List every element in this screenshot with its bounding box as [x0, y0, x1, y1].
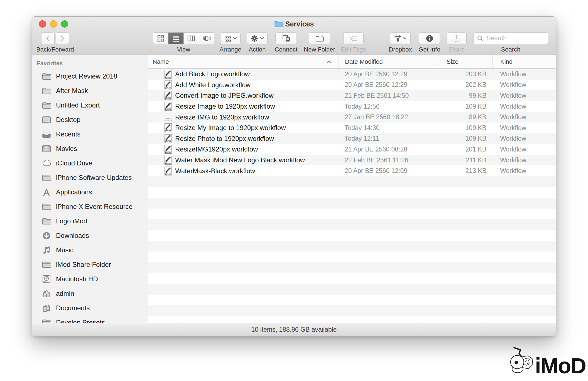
file-row[interactable]: WFLOWResize Image to 1920px.workflowToda… [148, 101, 556, 112]
file-date-modified: 20 Apr BE 2560 12:29 [339, 70, 439, 78]
file-kind: Workflow [493, 157, 556, 164]
workflow-file-icon: WFLOW [164, 123, 172, 132]
column-header-date-modified[interactable]: Date Modified [339, 55, 439, 69]
sidebar-item[interactable]: Desktop [32, 113, 148, 127]
forward-button[interactable] [56, 32, 69, 44]
svg-text:WFLOW: WFLOW [165, 98, 171, 100]
file-row[interactable]: Resize IMG to 1920px.workflow27 Jan BE 2… [148, 112, 556, 123]
sidebar-item-label: After Mask [56, 87, 88, 95]
file-row[interactable]: WFLOWAdd White Logo.workflow20 Apr BE 25… [148, 80, 556, 91]
home-icon [41, 289, 52, 298]
arrange-label: Arrange [219, 46, 241, 53]
workflow-file-icon: WFLOW [164, 91, 172, 100]
arrange-icon [224, 35, 231, 42]
window-content: Favorites Project Review 2018After MaskU… [32, 55, 556, 323]
column-view-icon [187, 35, 195, 42]
file-row[interactable]: WFLOWWaterMask-Black.workflow20 Apr BE 2… [148, 165, 556, 176]
icon-view-button[interactable] [153, 33, 168, 44]
documents-icon [41, 303, 52, 313]
search-icon [477, 35, 484, 42]
sidebar-item[interactable]: Music [32, 243, 148, 257]
sidebar-item-label: Documents [56, 304, 90, 312]
dropbox-button[interactable] [390, 32, 411, 44]
chevron-down-icon [403, 37, 406, 40]
file-kind: Workflow [493, 113, 556, 121]
window-chrome[interactable]: Services Back/Forward [32, 17, 556, 55]
file-name-cell: WFLOWWaterMask-Black.workflow [148, 167, 339, 175]
folder-icon [41, 86, 52, 96]
music-icon [41, 245, 52, 255]
file-name: ResizeIMG1920px.workflow [175, 145, 258, 153]
file-row[interactable]: WFLOWConvert Image to JPEG.workflow21 Fe… [148, 90, 556, 101]
info-icon [426, 35, 433, 42]
column-view-button[interactable] [183, 33, 199, 44]
sidebar-item[interactable]: Recents [32, 127, 148, 141]
column-header-name[interactable]: Name [148, 55, 339, 69]
share-button[interactable] [447, 32, 467, 44]
sidebar-item[interactable]: iPhone X Event Resource [32, 199, 148, 214]
recents-icon [41, 130, 52, 139]
edit-tags-button[interactable] [343, 32, 364, 44]
dropbox-icon [394, 35, 401, 42]
svg-text:WFLOW: WFLOW [165, 109, 171, 110]
back-button[interactable] [41, 32, 55, 44]
file-date-modified: Today 12:11 [339, 135, 439, 142]
coverflow-view-button[interactable] [199, 33, 214, 44]
sidebar-item-label: Develop Presets [56, 319, 105, 323]
action-button[interactable] [247, 32, 268, 44]
file-name-cell: WFLOWConvert Image to JPEG.workflow [148, 91, 339, 100]
workflow-file-icon: WFLOW [164, 80, 172, 89]
file-row[interactable]: WFLOWWater Mask iMod New Logo Black.work… [148, 155, 556, 166]
sidebar-item[interactable]: Documents [32, 301, 148, 315]
sidebar-item[interactable]: Project Review 2018 [32, 69, 148, 84]
sidebar-item-label: Project Review 2018 [56, 72, 117, 80]
movies-icon [41, 144, 52, 153]
favorites-list: Project Review 2018After MaskUntitled Ex… [32, 69, 148, 323]
file-date-modified: 21 Feb BE 2561 14:50 [339, 92, 439, 99]
connect-control: Connect [275, 32, 297, 44]
file-row[interactable]: WFLOWResize My Image to 1920px.workflowT… [148, 123, 556, 133]
file-size: 211 KB [439, 157, 493, 164]
arrange-button[interactable] [220, 32, 241, 44]
search-input[interactable] [486, 34, 545, 42]
sidebar-item[interactable]: Develop Presets [32, 315, 148, 323]
sidebar-item[interactable]: Logo iMod [32, 214, 148, 228]
sidebar-item[interactable]: admin [32, 286, 148, 301]
connect-button[interactable] [275, 32, 297, 44]
column-header-kind[interactable]: Kind [493, 55, 556, 69]
connect-label: Connect [275, 46, 298, 53]
back-forward-label: Back/Forward [36, 46, 74, 53]
sidebar-item-label: iPhone Software Updates [56, 174, 132, 182]
file-row[interactable]: WFLOWResizeIMG1920px.workflow21 Apr BE 2… [148, 144, 556, 155]
list-view-button[interactable] [168, 33, 183, 44]
status-bar: 10 items, 188.96 GB available [32, 323, 556, 336]
desktop-icon [41, 115, 52, 124]
sidebar-item[interactable]: After Mask [32, 84, 148, 98]
sidebar-item[interactable]: iPhone Software Updates [32, 170, 148, 185]
icon-view-icon [157, 35, 164, 42]
column-header-size[interactable]: Size [439, 55, 493, 69]
sidebar: Favorites Project Review 2018After MaskU… [32, 55, 148, 323]
get-info-button[interactable] [419, 32, 440, 44]
sidebar-item[interactable]: Macintosh HD [32, 272, 148, 286]
new-folder-button[interactable] [309, 32, 330, 44]
imod-watermark: iMoD [509, 338, 586, 380]
folder-icon [41, 72, 52, 81]
file-row[interactable]: WFLOWAdd Black Logo.workflow20 Apr BE 25… [148, 69, 556, 80]
applications-icon [41, 187, 52, 197]
sidebar-item[interactable]: Downloads [32, 228, 148, 243]
sidebar-item[interactable]: Untitled Export [32, 98, 148, 113]
file-row[interactable]: WFLOWResize Photo to 1920px.workflowToda… [148, 133, 556, 144]
sidebar-item[interactable]: iCloud Drive [32, 156, 148, 170]
file-size: 89 KB [439, 113, 493, 121]
sidebar-item[interactable]: Movies [32, 141, 148, 156]
sidebar-item-label: Music [56, 246, 74, 254]
file-size: 202 KB [439, 81, 493, 89]
file-size: 109 KB [439, 103, 493, 110]
file-name-cell: WFLOWResize Image to 1920px.workflow [148, 102, 339, 111]
sidebar-item[interactable]: iMod Share Folder [32, 257, 148, 272]
folder-icon [41, 202, 52, 211]
svg-text:WFLOW: WFLOW [165, 87, 171, 89]
sidebar-item[interactable]: Applications [32, 185, 148, 199]
file-size: 201 KB [439, 146, 493, 153]
